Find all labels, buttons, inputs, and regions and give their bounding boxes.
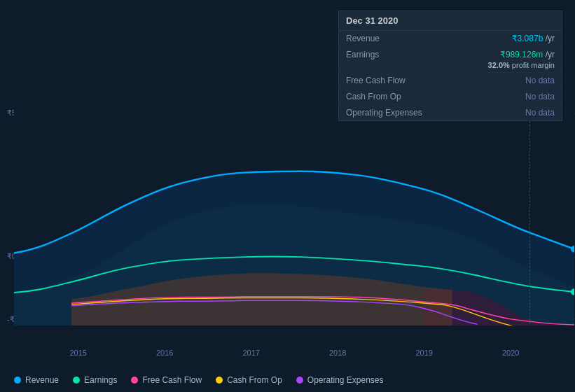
legend-dot-revenue — [14, 377, 21, 384]
x-label-2015: 2015 — [70, 349, 87, 357]
legend-dot-earnings — [73, 377, 80, 384]
legend-item-opex[interactable]: Operating Expenses — [296, 375, 384, 385]
legend-dot-fcf — [131, 377, 138, 384]
tooltip-row-fcf: Free Cash Flow No data — [339, 73, 562, 89]
x-label-2016: 2016 — [156, 349, 173, 357]
x-label-2018: 2018 — [329, 349, 346, 357]
legend-item-revenue[interactable]: Revenue — [14, 375, 59, 385]
legend-label-cashfromop: Cash From Op — [227, 375, 282, 385]
tooltip-label-revenue: Revenue — [346, 34, 437, 43]
tooltip-value-earnings: ₹989.126m /yr — [500, 50, 555, 59]
tooltip-label-fcf: Free Cash Flow — [346, 76, 437, 85]
tooltip-row-revenue: Revenue ₹3.087b /yr — [339, 31, 562, 47]
tooltip-label-opex: Operating Expenses — [346, 108, 437, 118]
legend-label-revenue: Revenue — [25, 375, 59, 385]
chart-svg — [14, 102, 574, 326]
tooltip-value-revenue: ₹3.087b /yr — [512, 34, 555, 43]
legend-dot-opex — [296, 377, 303, 384]
x-axis: 2015 2016 2017 2018 2019 2020 — [14, 343, 575, 357]
tooltip-value-opex: No data — [525, 108, 555, 118]
legend-label-earnings: Earnings — [84, 375, 117, 385]
legend-dot-cashfromop — [216, 377, 223, 384]
legend-item-cashfromop[interactable]: Cash From Op — [216, 375, 282, 385]
x-label-2020: 2020 — [502, 349, 519, 357]
tooltip-label-earnings: Earnings — [346, 50, 437, 59]
legend-label-fcf: Free Cash Flow — [142, 375, 202, 385]
tooltip-row-cashfromop: Cash From Op No data — [339, 89, 562, 105]
tooltip-value-cashfromop: No data — [525, 92, 555, 102]
profit-margin-value: 32.0% profit margin — [488, 61, 555, 69]
tooltip-row-opex: Operating Expenses No data — [339, 105, 562, 120]
chart-legend: Revenue Earnings Free Cash Flow Cash Fro… — [14, 375, 384, 385]
legend-item-fcf[interactable]: Free Cash Flow — [131, 375, 202, 385]
tooltip-label-cashfromop: Cash From Op — [346, 92, 437, 102]
tooltip-value-fcf: No data — [525, 76, 555, 85]
legend-label-opex: Operating Expenses — [307, 375, 384, 385]
x-label-2019: 2019 — [416, 349, 433, 357]
legend-item-earnings[interactable]: Earnings — [73, 375, 117, 385]
x-label-2017: 2017 — [243, 349, 260, 357]
tooltip-header: Dec 31 2020 — [339, 11, 562, 31]
data-tooltip: Dec 31 2020 Revenue ₹3.087b /yr Earnings… — [338, 10, 562, 121]
tooltip-row-earnings: Earnings ₹989.126m /yr 32.0% profit marg… — [339, 47, 562, 73]
